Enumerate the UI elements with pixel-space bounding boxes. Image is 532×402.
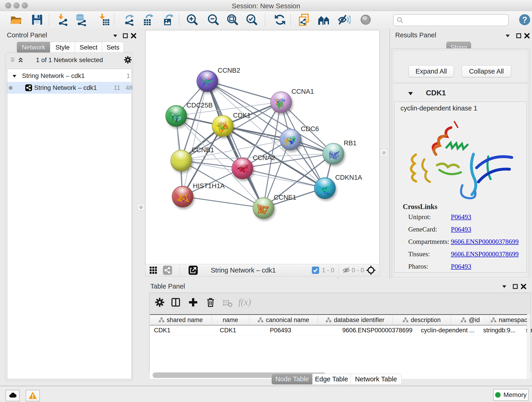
open-in-window-icon[interactable] [189,266,198,275]
column-label: canonical name [266,317,309,324]
crosslink-link[interactable]: 9606.ENSP00000378699 [451,238,519,245]
close-panel-icon[interactable] [130,32,137,40]
column-header[interactable]: description [393,315,451,325]
tab-style[interactable]: Style [50,42,75,53]
tab-sets[interactable]: Sets [102,42,124,53]
network-edge[interactable] [182,81,207,196]
collapse-panel-icon[interactable] [504,32,511,40]
network-edge[interactable] [182,196,263,208]
network-edge[interactable] [207,81,281,102]
grid-view-icon[interactable] [149,266,158,276]
float-panel-icon[interactable] [512,283,519,291]
table-vertical-scrollbar[interactable] [527,314,530,379]
table-row[interactable]: CDK1 CDK1 P06493 9606.ENSP00000378699 cy… [150,325,530,335]
network-row-selected[interactable]: String Network – cdk1 11 48 [7,82,131,94]
tab-node-table[interactable]: Node Table [272,374,313,385]
network-collection-row[interactable]: String Network – cdk1 1 [7,70,131,82]
column-header[interactable]: namespace [490,315,532,325]
network-node-ccna2[interactable] [232,158,253,179]
float-panel-icon[interactable] [515,32,522,40]
hide-show-icon[interactable] [338,13,351,26]
houses-icon[interactable] [317,13,330,26]
right-splitter-handle[interactable] [381,150,387,156]
zoom-fit-icon[interactable] [226,13,239,26]
search-input[interactable] [405,15,505,24]
import-network-database-icon[interactable] [75,13,87,26]
column-label: database identifier [334,317,385,324]
gene-collapse-icon[interactable] [407,90,414,98]
cloud-button[interactable] [6,390,20,401]
node-label-ccna1: CCNA1 [291,88,314,95]
tab-select[interactable]: Select [75,42,102,53]
string-view-icon[interactable] [163,266,172,275]
network-canvas[interactable]: CCNB2CCNA1CDC25BCDK1CDC6RB1CCNB1CCNA2CDK… [145,30,380,264]
import-network-file-icon[interactable] [56,13,69,26]
toolbar-search[interactable] [393,14,509,26]
collapse-all-networks-icon[interactable] [9,56,16,64]
selected-checkbox-icon[interactable] [312,267,319,274]
crosslink-link[interactable]: P06493 [451,225,471,233]
column-header[interactable]: canonical name [249,315,318,325]
save-session-icon[interactable] [31,13,44,26]
delete-column-icon[interactable] [205,297,216,308]
birds-eye-icon[interactable] [366,265,376,275]
network-node-ccne1[interactable] [253,197,274,219]
column-header[interactable]: @id [451,315,490,325]
close-panel-icon[interactable] [524,32,530,40]
crosslink-label: Compartments: [408,238,449,245]
refresh-icon[interactable] [273,13,286,26]
column-header[interactable]: shared name [150,315,212,325]
help-icon[interactable]: ? [518,13,531,26]
network-node-ccnb1[interactable] [171,150,192,172]
tab-edge-table[interactable]: Edge Table [312,374,351,385]
node-gloss [199,71,215,81]
show-column-icon[interactable] [171,297,181,308]
column-header[interactable]: database identifier [318,315,393,325]
network-node-hist1h1a[interactable] [172,186,193,207]
hidden-eye-icon[interactable] [342,266,350,274]
export-table-icon[interactable] [142,13,155,26]
column-header[interactable]: name [212,315,249,325]
collection-expand-icon[interactable] [12,73,17,80]
export-image-icon[interactable] [162,13,175,26]
export-network-icon[interactable] [123,13,136,26]
network-node-cdc6[interactable] [280,129,301,150]
tab-network[interactable]: Network [17,42,51,53]
close-panel-icon[interactable] [520,283,527,291]
expand-all-networks-icon[interactable] [17,56,24,64]
expand-all-button[interactable]: Expand All [409,65,454,77]
float-panel-icon[interactable] [122,32,129,40]
gray-eye-icon[interactable] [359,13,372,26]
network-node-cdc25b[interactable] [165,105,187,127]
toolbar-separator [179,265,180,275]
toolbar-separator [338,265,339,275]
network-node-cdk1[interactable] [212,115,234,137]
crosslink-link[interactable]: P06493 [451,263,471,270]
tab-network-table[interactable]: Network Table [350,374,402,385]
left-splitter-handle[interactable] [138,204,144,210]
network-options-gear-icon[interactable] [123,56,132,64]
collapse-all-button[interactable]: Collapse All [462,65,511,77]
network-status-dot [9,86,13,90]
zoom-in-icon[interactable] [186,13,199,26]
clone-network-icon[interactable] [298,13,310,26]
gene-name: CDK1 [426,89,446,97]
search-icon [396,17,404,24]
network-node-ccna1[interactable] [270,91,292,113]
memory-button[interactable]: Memory [493,389,529,401]
network-node-ccnb2[interactable] [196,70,218,92]
table-options-gear-icon[interactable] [154,297,165,308]
open-session-icon[interactable] [10,13,22,26]
collapse-panel-icon[interactable] [501,283,508,291]
node-label-ccna2: CCNA2 [253,154,275,162]
import-table-icon[interactable] [97,13,110,26]
add-column-icon[interactable] [188,297,198,308]
warning-button[interactable] [26,390,40,401]
zoom-out-icon[interactable] [207,13,220,26]
crosslink-link[interactable]: 9606.ENSP00000378699 [451,250,519,258]
zoom-selected-icon[interactable] [245,13,258,26]
network-node-cdkn1a[interactable] [314,177,336,199]
collapse-panel-icon[interactable] [112,32,119,40]
crosslink-link[interactable]: P06493 [451,213,471,221]
network-node-rb1[interactable] [323,143,344,165]
